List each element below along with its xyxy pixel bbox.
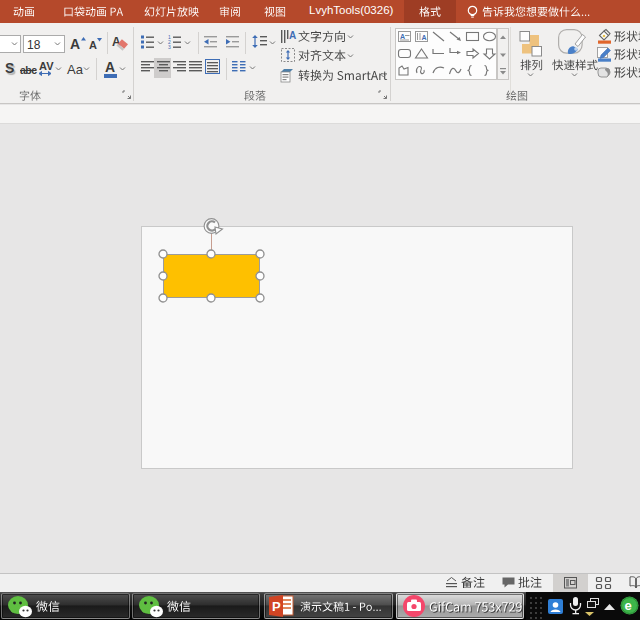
svg-text:AV: AV — [39, 60, 54, 72]
svg-text:3: 3 — [168, 44, 171, 50]
svg-text:P: P — [272, 599, 281, 614]
svg-text:A: A — [422, 34, 427, 41]
svg-text:A: A — [400, 33, 405, 40]
svg-text:e: e — [625, 598, 632, 613]
svg-text:A: A — [289, 30, 296, 41]
